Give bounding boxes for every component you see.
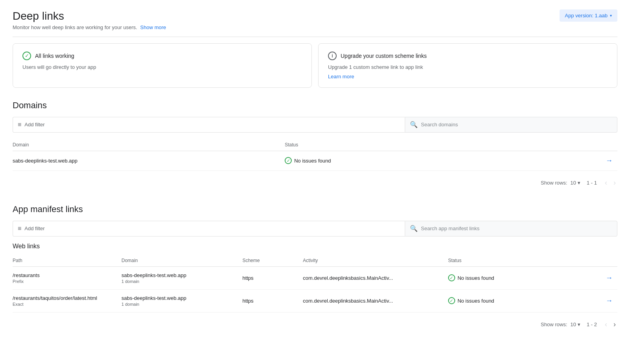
manifest-show-rows-label: Show rows: xyxy=(541,322,567,327)
domain-name: sabs-deeplinks-test.web.app xyxy=(121,272,237,278)
domains-section-title: Domains xyxy=(13,100,617,111)
manifest-filter[interactable]: ≡ Add filter xyxy=(13,221,405,237)
col-path: Path xyxy=(13,255,121,267)
manifest-filter-label: Add filter xyxy=(24,225,44,231)
web-links-title: Web links xyxy=(13,243,617,250)
app-manifest-section: App manifest links ≡ Add filter 🔍 Web li… xyxy=(13,204,617,333)
status-cell: ✓ No issues found → xyxy=(448,289,617,312)
header-divider xyxy=(13,37,617,37)
status-ok: ✓ No issues found xyxy=(285,157,331,164)
status-text: No issues found xyxy=(458,275,494,281)
table-row[interactable]: /restaurants/taquitos/order/latest.html … xyxy=(13,289,617,312)
filter-label: Add filter xyxy=(24,122,44,127)
path-type: Exact xyxy=(13,302,117,307)
row-arrow-link[interactable]: → xyxy=(606,297,613,305)
manifest-filter-row: ≡ Add filter 🔍 xyxy=(13,221,617,237)
col-domain: Domain xyxy=(121,255,242,267)
card-all-links-working: ✓ All links working Users will go direct… xyxy=(13,43,312,88)
domains-search-input[interactable] xyxy=(421,122,612,127)
table-row[interactable]: sabs-deeplinks-test.web.app ✓ No issues … xyxy=(13,151,617,170)
manifest-search-input[interactable] xyxy=(421,225,612,231)
path-type: Prefix xyxy=(13,279,117,284)
domains-rows-select[interactable]: 10 ▾ xyxy=(571,180,580,186)
page-subtitle: Monitor how well deep links are working … xyxy=(13,24,166,30)
manifest-pagination: Show rows: 10 ▾ 1 - 2 ‹ › xyxy=(13,316,617,333)
path-cell: /restaurants Prefix xyxy=(13,266,121,289)
card-desc-1: Users will go directly to your app xyxy=(22,64,302,70)
info-icon: i xyxy=(328,52,337,60)
card-desc-2: Upgrade 1 custom scheme link to app link xyxy=(328,64,608,70)
col-scheme: Scheme xyxy=(243,255,303,267)
domains-header-row: Domain Status xyxy=(13,139,617,151)
header-left: Deep links Monitor how well deep links a… xyxy=(13,9,166,30)
domains-rows-count: 10 xyxy=(571,180,576,186)
manifest-next-button[interactable]: › xyxy=(612,319,617,330)
domains-page-range: 1 - 1 xyxy=(587,180,597,186)
domain-name: sabs-deeplinks-test.web.app xyxy=(121,295,237,301)
manifest-table: Path Domain Scheme Activity Status /r xyxy=(13,255,617,312)
domain-cell: sabs-deeplinks-test.web.app 1 domain xyxy=(121,289,242,312)
app-version-button[interactable]: App version: 1.aab ▾ xyxy=(560,9,617,22)
scheme-cell: https xyxy=(243,289,303,312)
domain-count: 1 domain xyxy=(121,302,237,307)
col-domain: Domain xyxy=(13,139,285,151)
manifest-search-box: 🔍 xyxy=(405,221,617,237)
status-cell: ✓ No issues found → xyxy=(285,151,617,170)
status-ok: ✓ No issues found xyxy=(448,274,494,281)
domains-table: Domain Status sabs-deeplinks-test.web.ap… xyxy=(13,139,617,171)
domains-next-button[interactable]: › xyxy=(612,177,617,188)
domains-section: Domains ≡ Add filter 🔍 Domain Status sab… xyxy=(13,100,617,192)
table-row[interactable]: /restaurants Prefix sabs-deeplinks-test.… xyxy=(13,266,617,289)
manifest-table-body: /restaurants Prefix sabs-deeplinks-test.… xyxy=(13,266,617,312)
manifest-page-range: 1 - 2 xyxy=(587,322,597,327)
path-cell: /restaurants/taquitos/order/latest.html … xyxy=(13,289,121,312)
manifest-rows-count: 10 xyxy=(571,322,576,327)
manifest-search-icon: 🔍 xyxy=(410,225,418,232)
domains-filter[interactable]: ≡ Add filter xyxy=(13,117,405,133)
domains-rows-chevron: ▾ xyxy=(578,180,580,186)
scheme-cell: https xyxy=(243,266,303,289)
status-text: No issues found xyxy=(294,158,331,164)
card-title-1: All links working xyxy=(35,53,74,59)
path-name: /restaurants xyxy=(13,272,117,278)
activity-cell: com.devrel.deeplinksbasics.MainActiv... xyxy=(303,266,448,289)
card-header-2: i Upgrade your custom scheme links xyxy=(328,52,608,60)
domains-prev-button[interactable]: ‹ xyxy=(603,177,609,188)
learn-more-link[interactable]: Learn more xyxy=(328,74,354,79)
subtitle-text: Monitor how well deep links are working … xyxy=(13,24,137,30)
status-cell: ✓ No issues found → xyxy=(448,266,617,289)
status-ok-icon: ✓ xyxy=(448,297,455,304)
col-activity: Activity xyxy=(303,255,448,267)
search-icon: 🔍 xyxy=(410,121,418,128)
domains-table-body: sabs-deeplinks-test.web.app ✓ No issues … xyxy=(13,151,617,170)
show-more-link[interactable]: Show more xyxy=(140,24,166,30)
domains-table-head: Domain Status xyxy=(13,139,617,151)
manifest-prev-button[interactable]: ‹ xyxy=(603,319,609,330)
domains-pagination: Show rows: 10 ▾ 1 - 1 ‹ › xyxy=(13,174,617,192)
status-ok-icon: ✓ xyxy=(448,274,455,281)
manifest-rows-select[interactable]: 10 ▾ xyxy=(571,322,580,327)
manifest-rows-chevron: ▾ xyxy=(578,322,580,327)
row-arrow-link[interactable]: → xyxy=(606,157,613,165)
activity-text: com.devrel.deeplinksbasics.MainActiv... xyxy=(303,275,393,281)
status-ok: ✓ No issues found xyxy=(448,297,494,304)
domains-filter-row: ≡ Add filter 🔍 xyxy=(13,117,617,133)
page-title: Deep links xyxy=(13,9,166,23)
card-header-1: ✓ All links working xyxy=(22,52,302,60)
summary-cards: ✓ All links working Users will go direct… xyxy=(13,43,617,88)
status-ok-icon: ✓ xyxy=(285,157,292,164)
filter-icon: ≡ xyxy=(18,121,21,128)
app-manifest-title: App manifest links xyxy=(13,204,617,214)
success-icon: ✓ xyxy=(22,52,31,60)
page-header: Deep links Monitor how well deep links a… xyxy=(13,9,617,30)
chevron-down-icon: ▾ xyxy=(610,13,612,18)
app-version-label: App version: 1.aab xyxy=(565,13,608,18)
manifest-table-head: Path Domain Scheme Activity Status xyxy=(13,255,617,267)
card-title-2: Upgrade your custom scheme links xyxy=(341,53,427,59)
domain-cell: sabs-deeplinks-test.web.app xyxy=(13,151,285,170)
domains-search-box: 🔍 xyxy=(405,117,617,133)
activity-text: com.devrel.deeplinksbasics.MainActiv... xyxy=(303,298,393,304)
card-upgrade-scheme: i Upgrade your custom scheme links Upgra… xyxy=(318,43,617,88)
row-arrow-link[interactable]: → xyxy=(606,274,613,282)
manifest-filter-icon: ≡ xyxy=(18,225,21,232)
